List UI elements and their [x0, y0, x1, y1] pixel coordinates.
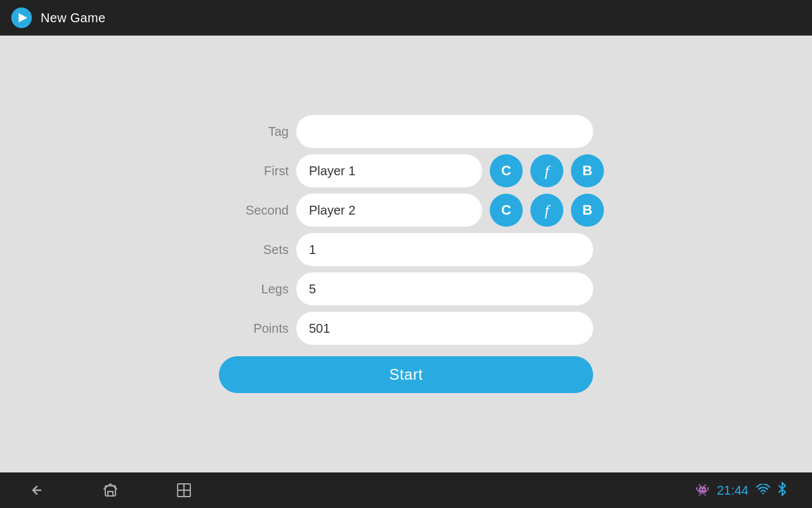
sets-label: Sets: [219, 243, 289, 257]
main-content: Tag First C f B Second C f B Sets Legs: [0, 36, 812, 472]
first-label: First: [219, 164, 289, 178]
start-button[interactable]: Start: [219, 356, 593, 393]
status-time: 21:44: [717, 483, 749, 498]
page-title: New Game: [41, 11, 105, 25]
svg-rect-6: [184, 490, 190, 497]
second-f-label: f: [545, 202, 549, 219]
legs-row: Legs: [219, 272, 593, 305]
recent-apps-icon: [175, 481, 193, 499]
home-icon: [102, 481, 119, 499]
nav-bar: 👾 21:44: [0, 472, 812, 508]
notification-icon: 👾: [695, 483, 709, 497]
wifi-icon: [756, 484, 770, 497]
back-button[interactable]: [25, 479, 48, 502]
first-f-button[interactable]: f: [530, 154, 563, 187]
nav-right: 👾 21:44: [695, 482, 787, 499]
app-logo-icon: [10, 6, 33, 29]
second-player-input[interactable]: [296, 194, 482, 227]
legs-input[interactable]: [296, 272, 593, 305]
second-label: Second: [219, 203, 289, 218]
first-player-input[interactable]: [296, 154, 482, 187]
sets-input[interactable]: [296, 233, 593, 266]
tag-input[interactable]: [296, 115, 593, 148]
second-c-button[interactable]: C: [490, 194, 523, 227]
action-bar: New Game: [0, 0, 812, 36]
points-input[interactable]: [296, 312, 593, 345]
svg-rect-5: [178, 490, 184, 497]
second-row: Second C f B: [219, 194, 593, 227]
tag-row: Tag: [219, 115, 593, 148]
bluetooth-icon: [778, 482, 787, 499]
first-row: First C f B: [219, 154, 593, 187]
back-arrow-icon: [28, 481, 46, 499]
second-f-button[interactable]: f: [530, 194, 563, 227]
form-container: Tag First C f B Second C f B Sets Legs: [219, 115, 593, 393]
legs-label: Legs: [219, 282, 289, 297]
second-b-button[interactable]: B: [571, 194, 604, 227]
first-f-label: f: [545, 163, 549, 180]
sets-row: Sets: [219, 233, 593, 266]
recent-apps-button[interactable]: [173, 479, 195, 502]
points-label: Points: [219, 321, 289, 336]
svg-rect-4: [184, 484, 190, 490]
first-b-button[interactable]: B: [571, 154, 604, 187]
nav-left: [25, 479, 195, 502]
points-row: Points: [219, 312, 593, 345]
home-button[interactable]: [99, 479, 122, 502]
tag-label: Tag: [219, 124, 289, 139]
first-c-button[interactable]: C: [490, 154, 523, 187]
svg-point-7: [763, 492, 764, 494]
svg-rect-3: [178, 484, 184, 490]
